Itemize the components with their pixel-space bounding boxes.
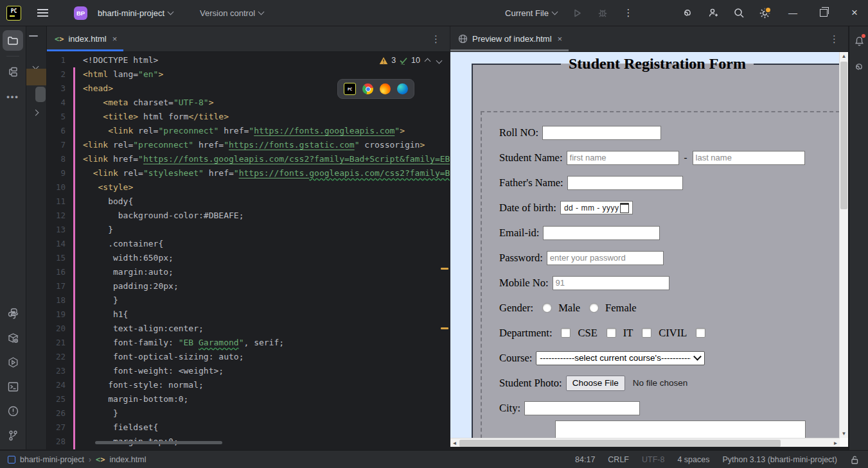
close-tab-icon[interactable]: ×: [558, 34, 563, 44]
ai-assistant-icon[interactable]: [677, 3, 698, 22]
department-extra-checkbox[interactable]: [696, 328, 705, 338]
notifications-bell-icon[interactable]: [851, 33, 867, 49]
tab-preview[interactable]: Preview of index.html ×: [450, 26, 569, 51]
line-number: 16: [47, 265, 66, 279]
collapse-panel-button[interactable]: [29, 35, 38, 37]
html-preview-panel: Student Registration Form Roll NO:Studen…: [450, 52, 848, 449]
scroll-right-arrow[interactable]: ►: [831, 438, 840, 447]
line-number: 7: [47, 138, 66, 152]
preview-vertical-scrollbar[interactable]: ▲ ▼: [839, 52, 848, 438]
code-line: 27 fieldset{: [47, 420, 450, 435]
mobile-input[interactable]: [553, 276, 669, 290]
close-tab-icon[interactable]: ×: [112, 34, 118, 44]
student-name-label: Student Name:: [499, 152, 563, 164]
preview-horizontal-scrollbar[interactable]: ◄ ►: [450, 438, 840, 447]
last-name-input[interactable]: [693, 151, 805, 165]
edge-icon[interactable]: [397, 83, 408, 94]
form-row-city: City:: [499, 395, 840, 420]
first-name-input[interactable]: [567, 151, 679, 165]
department-it-checkbox[interactable]: [607, 328, 616, 338]
settings-gear-icon[interactable]: [754, 3, 775, 22]
encoding-widget[interactable]: UTF-8: [642, 455, 664, 464]
restore-button[interactable]: [810, 0, 837, 26]
next-problem-icon[interactable]: [436, 57, 443, 64]
debug-button[interactable]: [592, 3, 614, 22]
version-control-tool-button[interactable]: [3, 425, 23, 446]
run-configuration-widget[interactable]: Current File: [500, 5, 562, 21]
fathers-name-input[interactable]: [567, 176, 683, 190]
roll-no-label: Roll NO:: [499, 126, 538, 139]
pycharm-preview-icon[interactable]: PC: [344, 83, 356, 95]
project-widget[interactable]: bharti-mini-project: [93, 5, 178, 21]
breadcrumb-project[interactable]: bharti-mini-project: [20, 455, 84, 464]
chrome-icon[interactable]: [362, 83, 373, 94]
tab-options-icon[interactable]: ⋮: [422, 33, 450, 45]
main-menu-button[interactable]: [30, 3, 55, 22]
scrollbar-warning-stripe[interactable]: [441, 268, 448, 270]
firefox-icon[interactable]: [380, 83, 391, 94]
tree-scrollbar-thumb[interactable]: [35, 87, 46, 102]
code-line: 11 body{: [47, 195, 450, 209]
tab-options-icon[interactable]: ⋮: [820, 33, 848, 45]
code-line: 26 }: [47, 406, 450, 420]
code-line: 13 }: [47, 223, 450, 237]
choose-file-button[interactable]: Choose File: [566, 376, 625, 391]
tab-index-html[interactable]: <> index.html ×: [47, 26, 123, 51]
code-with-me-icon[interactable]: [702, 3, 724, 22]
caret-position-widget[interactable]: 84:17: [575, 455, 595, 464]
line-number: 1: [47, 53, 66, 67]
terminal-tool-button[interactable]: [3, 376, 23, 397]
department-civil-checkbox[interactable]: [642, 328, 651, 338]
indent-widget[interactable]: 4 spaces: [677, 455, 709, 464]
right-toolbar: [849, 26, 868, 456]
toolbar-divider: [6, 56, 19, 56]
interpreter-widget[interactable]: Python 3.13 (bharti-mini-project): [722, 455, 837, 464]
run-button[interactable]: [566, 3, 588, 22]
vcs-widget[interactable]: Version control: [195, 5, 269, 21]
dob-input[interactable]: dd - mm - yyyy: [560, 201, 633, 214]
chevron-down-icon: [693, 352, 702, 361]
fathers-name-label: Father's Name:: [499, 177, 563, 189]
breadcrumb-file[interactable]: index.html: [110, 455, 146, 464]
tree-collapsed-chevron-icon[interactable]: [33, 106, 38, 117]
prev-problem-icon[interactable]: [425, 58, 431, 65]
scroll-up-arrow[interactable]: ▲: [840, 52, 848, 60]
unlocked-icon[interactable]: [850, 455, 859, 465]
email-input[interactable]: [543, 226, 660, 240]
inspections-widget[interactable]: 3 10: [375, 55, 447, 66]
tree-selected-row[interactable]: [26, 69, 46, 85]
password-input[interactable]: [547, 251, 664, 265]
dob-placeholder: dd - mm - yyyy: [564, 204, 619, 212]
minimize-button[interactable]: —: [779, 0, 806, 26]
editor-horizontal-scrollbar[interactable]: [95, 441, 222, 444]
search-everywhere-icon[interactable]: [728, 3, 750, 22]
scrollbar-warning-stripe[interactable]: [441, 327, 448, 329]
city-input[interactable]: [524, 401, 640, 415]
line-number: 11: [47, 195, 66, 209]
more-tool-windows-button[interactable]: •••: [3, 86, 23, 107]
horizontal-scrollbar-thumb[interactable]: [459, 440, 781, 447]
scroll-down-arrow[interactable]: ▼: [840, 429, 848, 438]
vertical-scrollbar-thumb[interactable]: [840, 62, 847, 209]
code-editor[interactable]: 1<!DOCTYPE html>2<html lang="en">3<head>…: [47, 52, 450, 449]
scroll-left-arrow[interactable]: ◄: [450, 438, 459, 447]
line-separator-widget[interactable]: CRLF: [608, 455, 629, 464]
gender-male-radio[interactable]: [542, 303, 552, 313]
more-actions-button[interactable]: ⋮: [617, 3, 639, 22]
address-textarea[interactable]: [555, 420, 806, 438]
ai-assistant-tool-icon[interactable]: [851, 58, 867, 75]
close-button[interactable]: ×: [841, 0, 868, 26]
globe-icon: [458, 34, 468, 44]
department-cse-checkbox[interactable]: [561, 328, 571, 338]
project-tool-button[interactable]: [3, 30, 23, 51]
gender-female-radio[interactable]: [589, 303, 599, 313]
roll-no-input[interactable]: [542, 126, 661, 140]
python-packages-button[interactable]: [3, 327, 23, 348]
gender-option-label: Female: [605, 302, 637, 315]
structure-tool-button[interactable]: [3, 62, 23, 82]
python-console-button[interactable]: [3, 303, 23, 324]
calendar-icon[interactable]: [620, 203, 629, 213]
services-tool-button[interactable]: [3, 352, 23, 372]
problems-tool-button[interactable]: [3, 401, 23, 421]
course-select[interactable]: ------------select current course's-----…: [536, 351, 705, 365]
